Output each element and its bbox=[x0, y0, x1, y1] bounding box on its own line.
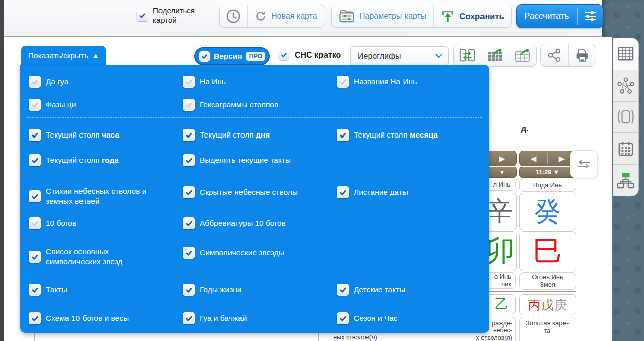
panel-option[interactable]: Фазы ци bbox=[29, 99, 76, 111]
checkbox[interactable] bbox=[183, 76, 195, 88]
nav-prev-icon[interactable]: ◀ bbox=[520, 154, 547, 163]
checkbox[interactable] bbox=[337, 129, 349, 141]
panel-option[interactable]: Гексаграммы столпов bbox=[183, 99, 278, 111]
panel-option[interactable]: На Инь bbox=[183, 76, 226, 88]
history-button[interactable] bbox=[220, 5, 247, 27]
checkbox[interactable] bbox=[29, 251, 41, 263]
pillars-brackets-icon bbox=[617, 109, 635, 125]
checkbox[interactable] bbox=[183, 186, 195, 198]
triangle-up-icon: ▲ bbox=[92, 52, 99, 59]
panel-option[interactable]: Список основных символических звезд bbox=[29, 247, 156, 267]
panel-option[interactable]: Текущий столп года bbox=[29, 154, 119, 166]
checkbox[interactable] bbox=[183, 247, 195, 259]
share-chart-option[interactable]: Поделиться картой bbox=[137, 6, 201, 25]
panel-divider bbox=[27, 276, 482, 276]
pro-badge: ПРО bbox=[246, 52, 265, 61]
nav-button-pair[interactable]: ◀ ▶ bbox=[519, 151, 576, 166]
swap-direction-button[interactable] bbox=[570, 150, 598, 178]
panel-option[interactable]: Сезон и Час bbox=[337, 312, 398, 324]
export-empty-table-button[interactable] bbox=[509, 44, 536, 66]
save-button[interactable]: Сохранить bbox=[434, 5, 511, 27]
checkbox[interactable] bbox=[29, 154, 41, 166]
checkbox[interactable] bbox=[337, 186, 349, 198]
panel-option[interactable]: Текущий столп месяца bbox=[337, 129, 438, 141]
checkbox[interactable] bbox=[183, 312, 195, 324]
checkbox[interactable] bbox=[29, 129, 41, 141]
checkbox[interactable] bbox=[183, 99, 195, 111]
share-button[interactable] bbox=[541, 44, 568, 66]
table-border bbox=[34, 333, 35, 341]
sns-short-option[interactable]: СНС кратко bbox=[279, 50, 341, 60]
panel-option-label: Текущий столп часа bbox=[46, 130, 119, 140]
panel-option[interactable]: Символические звезды bbox=[183, 247, 284, 259]
panel-option[interactable]: Названия На Инь bbox=[337, 76, 417, 88]
panel-option[interactable]: Листание даты bbox=[337, 186, 408, 198]
panel-option-label: Гуа и бачжай bbox=[200, 313, 247, 323]
chart-params-button[interactable]: Параметры карты bbox=[332, 5, 433, 27]
panel-option[interactable]: Детские такты bbox=[337, 284, 405, 296]
panel-option[interactable]: Схема 10 богов и весы bbox=[29, 312, 129, 324]
checkbox[interactable] bbox=[183, 284, 195, 296]
sidebar-calendar-button[interactable] bbox=[613, 132, 638, 164]
panel-option[interactable]: Скрытые небесные стволы bbox=[183, 186, 298, 198]
panel-option-label: Список основных символических звезд bbox=[46, 247, 156, 267]
checkbox[interactable] bbox=[337, 76, 349, 88]
checkbox[interactable] bbox=[29, 76, 41, 88]
calc-settings-button[interactable] bbox=[578, 5, 603, 28]
checkbox[interactable] bbox=[29, 217, 41, 229]
sidebar-hierarchy-button[interactable] bbox=[613, 164, 638, 196]
branch-hieroglyph: 巳 bbox=[533, 232, 562, 271]
calendar-icon bbox=[618, 141, 634, 157]
export-outline-table-icon bbox=[515, 48, 531, 62]
panel-option-label: Текущий столп дня bbox=[200, 130, 270, 140]
clock-icon bbox=[226, 9, 241, 24]
show-hide-panel: Да гуаНа ИньНазвания На ИньФазы циГексаг… bbox=[20, 65, 489, 333]
show-hide-tab[interactable]: Показать/скрыть ▲ bbox=[21, 46, 106, 65]
left-scrollbar[interactable] bbox=[0, 0, 4, 341]
symbolic-star-box: Золотая каре- та bbox=[519, 317, 575, 341]
nav-next-icon: ▶ bbox=[499, 154, 505, 163]
panel-option-label: Текущий столп года bbox=[46, 155, 119, 165]
panel-option[interactable]: 10 богов bbox=[29, 217, 76, 229]
panel-option[interactable]: Выделять текущие такты bbox=[183, 154, 291, 166]
panel-option[interactable]: Такты bbox=[29, 284, 67, 296]
calculate-button[interactable]: Рассчитать bbox=[516, 4, 603, 28]
export-table-button[interactable] bbox=[481, 44, 509, 66]
share-chart-checkbox[interactable] bbox=[137, 10, 148, 21]
panel-option[interactable]: Текущий столп дня bbox=[183, 129, 270, 141]
checkbox[interactable] bbox=[29, 99, 41, 111]
checkbox[interactable] bbox=[337, 284, 349, 296]
compare-charts-button[interactable] bbox=[454, 44, 481, 66]
checkbox[interactable] bbox=[29, 312, 41, 324]
branch-hieroglyph: 卯 bbox=[486, 232, 515, 271]
heavenly-stem-card[interactable]: 癸 bbox=[519, 193, 576, 230]
checkbox[interactable] bbox=[183, 217, 195, 229]
time-selector[interactable]: 11:29 ▼ bbox=[519, 167, 576, 178]
panel-option[interactable]: Текущий столп часа bbox=[29, 129, 119, 141]
print-button[interactable] bbox=[569, 44, 596, 66]
checkbox[interactable] bbox=[337, 312, 349, 324]
save-icon bbox=[441, 9, 455, 23]
panel-option[interactable]: Стихии небесных стволов и земных ветвей bbox=[29, 186, 156, 207]
params-save-group: Параметры карты Сохранить bbox=[331, 5, 512, 28]
panel-option[interactable]: Годы жизни bbox=[183, 284, 242, 296]
sidebar-pillars-view-button[interactable] bbox=[613, 101, 638, 133]
version-pro-toggle[interactable]: Версия ПРО bbox=[194, 47, 270, 65]
new-chart-button[interactable]: Новая карта bbox=[248, 5, 325, 27]
sidebar-chart-table-button[interactable] bbox=[613, 38, 638, 70]
panel-option[interactable]: Аббревиатуры 10 богов bbox=[183, 217, 286, 229]
sns-checkbox[interactable] bbox=[279, 50, 289, 60]
panel-option[interactable]: Да гуа bbox=[29, 76, 68, 88]
top-toolbar: Поделиться картой Новая карта Параметры … bbox=[4, 0, 602, 37]
hieroglyphs-select[interactable]: Иероглифы bbox=[350, 46, 449, 66]
panel-option-label: Годы жизни bbox=[200, 285, 242, 295]
checkbox[interactable] bbox=[29, 284, 41, 296]
panel-option[interactable]: Гуа и бачжай bbox=[183, 312, 247, 324]
earthly-branch-card[interactable]: 巳 bbox=[519, 231, 576, 271]
checkbox[interactable] bbox=[183, 129, 195, 141]
stem-hieroglyph: 辛 bbox=[487, 194, 513, 229]
sidebar-five-elements-button[interactable] bbox=[613, 70, 638, 101]
checkbox[interactable] bbox=[183, 154, 195, 166]
checkbox[interactable] bbox=[29, 190, 41, 202]
version-checkbox[interactable] bbox=[199, 51, 210, 62]
